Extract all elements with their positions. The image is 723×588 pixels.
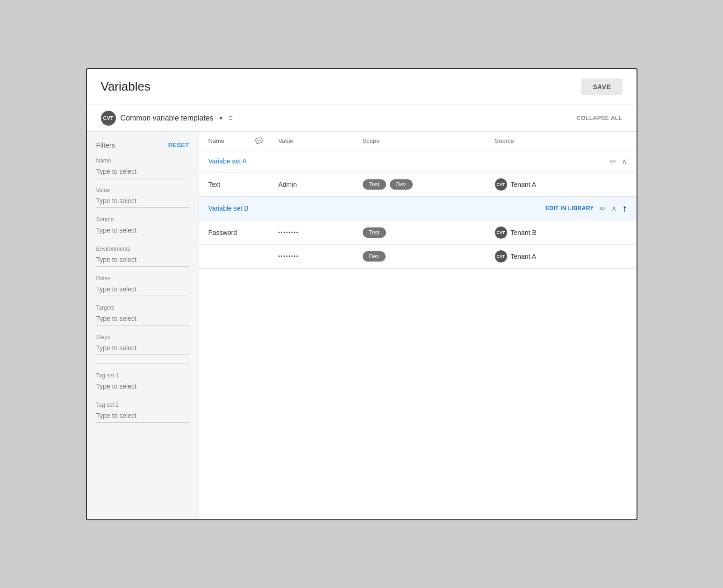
cvt-avatar: CVT — [101, 111, 116, 126]
filter-label-tagset2: Tag set 2 — [96, 402, 189, 408]
scope-tag-test-b: Test — [363, 227, 386, 238]
variable-set-a-name[interactable]: Variabe set A — [208, 157, 247, 165]
scope-tag-dev: Dev — [390, 179, 413, 190]
template-dropdown-icon[interactable]: ▼ — [218, 115, 224, 121]
var-value-password-2: •••••••• — [279, 254, 363, 259]
scope-tags-password-1: Test — [363, 227, 495, 238]
source-name-tenant-a: Tenant A — [511, 181, 537, 188]
filter-input-targets[interactable] — [96, 313, 189, 326]
col-header-scope: Scope — [363, 137, 495, 144]
col-header-comment: 💬 — [255, 137, 279, 144]
table-row: •••••••• Dev CVT Tenant A — [199, 244, 637, 268]
source-avatar-tenant-b: CVT — [495, 227, 507, 239]
source-name-tenant-b: Tenant B — [511, 229, 537, 236]
variable-set-b: Variable set B EDIT IN LIBRARY ✏ ∧ ↑ Pas… — [199, 197, 637, 269]
source-cell-password-1: CVT Tenant B — [495, 227, 627, 239]
filter-input-roles[interactable] — [96, 283, 189, 296]
var-value-text: Admin — [279, 181, 363, 188]
reset-button[interactable]: RESET — [168, 142, 189, 149]
table-row: Text Admin Test Dev CVT Tenant A — [199, 172, 637, 196]
filter-group-tagset2: Tag set 2 — [96, 402, 189, 423]
page-title: Variables — [101, 79, 150, 94]
filter-label-steps: Steps — [96, 334, 189, 340]
filter-label-roles: Roles — [96, 275, 189, 282]
filter-label-source: Source — [96, 216, 189, 223]
filter-label-tagset1: Tag set 1 — [96, 372, 189, 379]
col-header-name: Name — [208, 137, 255, 144]
filter-label-targets: Targets — [96, 305, 189, 311]
source-avatar-tenant-a: CVT — [495, 178, 507, 191]
variables-table: Name 💬 Value Scope Source Variabe set A … — [199, 132, 637, 519]
collapse-all-button[interactable]: COLLAPSE ALL — [577, 115, 623, 121]
col-header-value: Value — [279, 137, 363, 144]
variable-set-b-name[interactable]: Variable set B — [208, 205, 249, 212]
filter-group-environments: Environments — [96, 246, 189, 267]
filter-icon[interactable]: ≡ — [229, 114, 233, 122]
filter-group-tagset1: Tag set 1 — [96, 372, 189, 393]
filter-label-environments: Environments — [96, 246, 189, 252]
filter-group-roles: Roles — [96, 275, 189, 296]
variable-set-b-actions: EDIT IN LIBRARY ✏ ∧ ↑ — [545, 203, 627, 214]
variable-set-b-header: Variable set B EDIT IN LIBRARY ✏ ∧ ↑ — [199, 197, 637, 220]
collapse-icon-set-b[interactable]: ∧ — [611, 204, 617, 213]
filter-group-steps: Steps — [96, 334, 189, 355]
filter-divider — [96, 363, 189, 364]
scope-tags-password-2: Dev — [363, 251, 495, 262]
filter-group-value: Value — [96, 187, 189, 208]
col-header-source: Source — [495, 137, 627, 144]
comment-icon: 💬 — [255, 137, 263, 144]
filter-label-value: Value — [96, 187, 189, 193]
filter-input-value[interactable] — [96, 195, 189, 208]
template-name: Common variable templates — [121, 114, 214, 122]
edit-icon-set-a[interactable]: ✏ — [610, 157, 616, 166]
filter-input-name[interactable] — [96, 166, 189, 178]
source-cell-password-2: CVT Tenant A — [495, 250, 627, 262]
filter-input-steps[interactable] — [96, 342, 189, 355]
variable-set-a-header: Variabe set A ✏ ∧ — [199, 150, 637, 172]
filter-input-environments[interactable] — [96, 254, 189, 267]
source-cell-text: CVT Tenant A — [495, 178, 627, 191]
edit-icon-set-b[interactable]: ✏ — [600, 204, 606, 213]
scope-tag-test: Test — [363, 179, 386, 190]
cursor-indicator: ↑ — [623, 203, 627, 214]
scope-tags-text: Test Dev — [363, 179, 495, 190]
table-header: Name 💬 Value Scope Source — [199, 132, 637, 150]
filter-group-source: Source — [96, 216, 189, 237]
source-name-tenant-a-2: Tenant A — [511, 253, 537, 260]
edit-in-library-button[interactable]: EDIT IN LIBRARY — [545, 205, 594, 212]
filters-sidebar: Filters RESET Name Value Source Environm… — [87, 132, 199, 519]
variable-set-a: Variabe set A ✏ ∧ Text Admin Test Dev — [199, 150, 637, 197]
source-avatar-tenant-a-2: CVT — [495, 250, 507, 262]
var-value-password-1: •••••••• — [279, 230, 363, 235]
table-row: Password •••••••• Test CVT Tenant B — [199, 220, 637, 244]
var-name-text: Text — [208, 181, 255, 188]
collapse-icon-set-a[interactable]: ∧ — [622, 157, 627, 166]
filter-input-tagset2[interactable] — [96, 410, 189, 423]
filter-input-source[interactable] — [96, 225, 189, 237]
filters-title: Filters — [96, 141, 115, 149]
filter-label-name: Name — [96, 157, 189, 164]
filter-input-tagset1[interactable] — [96, 381, 189, 393]
filter-group-targets: Targets — [96, 305, 189, 326]
scope-tag-dev-b: Dev — [363, 251, 386, 262]
var-name-password: Password — [208, 229, 255, 236]
save-button[interactable]: SAVE — [581, 78, 622, 95]
filter-group-name: Name — [96, 157, 189, 178]
variable-set-a-actions: ✏ ∧ — [610, 157, 627, 166]
